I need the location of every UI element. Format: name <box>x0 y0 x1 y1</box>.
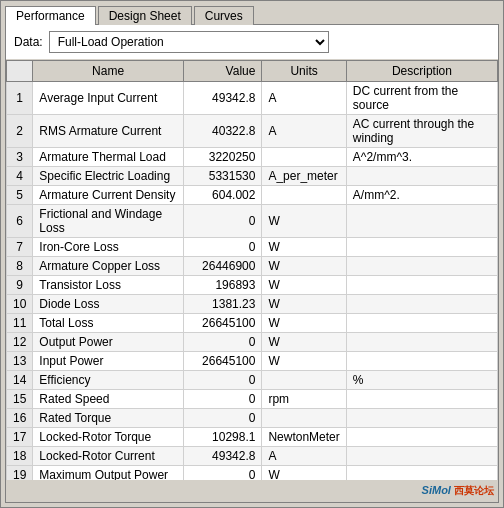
cell-units: W <box>262 314 346 333</box>
cell-num: 2 <box>7 115 33 148</box>
results-table: Name Value Units Description 1 Average I… <box>6 60 498 480</box>
results-table-container: Name Value Units Description 1 Average I… <box>6 60 498 480</box>
cell-value: 10298.1 <box>183 428 262 447</box>
cell-description <box>346 167 497 186</box>
cell-num: 7 <box>7 238 33 257</box>
cell-description: A^2/mm^3. <box>346 148 497 167</box>
cell-description <box>346 409 497 428</box>
table-row: 18 Locked-Rotor Current 49342.8 A <box>7 447 498 466</box>
cell-value: 0 <box>183 205 262 238</box>
cell-value: 0 <box>183 333 262 352</box>
cell-name: Rated Torque <box>33 409 183 428</box>
cell-name: Efficiency <box>33 371 183 390</box>
cell-description <box>346 276 497 295</box>
cell-units: A <box>262 115 346 148</box>
table-row: 6 Frictional and Windage Loss 0 W <box>7 205 498 238</box>
cell-value: 49342.8 <box>183 82 262 115</box>
cell-num: 1 <box>7 82 33 115</box>
cell-description: A/mm^2. <box>346 186 497 205</box>
cell-num: 19 <box>7 466 33 481</box>
cell-num: 18 <box>7 447 33 466</box>
cell-value: 0 <box>183 390 262 409</box>
table-row: 15 Rated Speed 0 rpm <box>7 390 498 409</box>
cell-units: A_per_meter <box>262 167 346 186</box>
table-row: 7 Iron-Core Loss 0 W <box>7 238 498 257</box>
cell-name: Diode Loss <box>33 295 183 314</box>
cell-value: 49342.8 <box>183 447 262 466</box>
cell-num: 3 <box>7 148 33 167</box>
table-row: 16 Rated Torque 0 <box>7 409 498 428</box>
data-select[interactable]: Full-Load OperationNo-Load OperationRate… <box>49 31 329 53</box>
cell-units: W <box>262 466 346 481</box>
footer-logo: SiMol 西莫论坛 <box>422 484 494 498</box>
cell-num: 10 <box>7 295 33 314</box>
tab-curves[interactable]: Curves <box>194 6 254 25</box>
cell-value: 3220250 <box>183 148 262 167</box>
cell-num: 17 <box>7 428 33 447</box>
cell-units <box>262 409 346 428</box>
tab-performance[interactable]: Performance <box>5 6 96 25</box>
tab-design-sheet[interactable]: Design Sheet <box>98 6 192 25</box>
cell-value: 0 <box>183 409 262 428</box>
cell-name: Locked-Rotor Torque <box>33 428 183 447</box>
cell-num: 13 <box>7 352 33 371</box>
cell-name: Transistor Loss <box>33 276 183 295</box>
cell-value: 26645100 <box>183 314 262 333</box>
cell-value: 604.002 <box>183 186 262 205</box>
table-row: 11 Total Loss 26645100 W <box>7 314 498 333</box>
table-row: 9 Transistor Loss 196893 W <box>7 276 498 295</box>
cell-units: A <box>262 82 346 115</box>
cell-num: 6 <box>7 205 33 238</box>
cell-num: 5 <box>7 186 33 205</box>
cell-name: Armature Copper Loss <box>33 257 183 276</box>
cell-description <box>346 295 497 314</box>
cell-units <box>262 148 346 167</box>
table-row: 17 Locked-Rotor Torque 10298.1 NewtonMet… <box>7 428 498 447</box>
col-header-num <box>7 61 33 82</box>
logo-chinese: 西莫论坛 <box>454 485 494 496</box>
cell-description <box>346 352 497 371</box>
col-header-description: Description <box>346 61 497 82</box>
table-header-row: Name Value Units Description <box>7 61 498 82</box>
footer: SiMol 西莫论坛 <box>6 480 498 502</box>
cell-description: DC current from the source <box>346 82 497 115</box>
cell-value: 26446900 <box>183 257 262 276</box>
cell-units: W <box>262 257 346 276</box>
cell-units: W <box>262 276 346 295</box>
cell-description <box>346 466 497 481</box>
col-header-units: Units <box>262 61 346 82</box>
cell-name: Input Power <box>33 352 183 371</box>
table-row: 14 Efficiency 0 % <box>7 371 498 390</box>
cell-description <box>346 447 497 466</box>
cell-name: Average Input Current <box>33 82 183 115</box>
cell-description <box>346 205 497 238</box>
cell-name: Specific Electric Loading <box>33 167 183 186</box>
table-row: 19 Maximum Output Power 0 W <box>7 466 498 481</box>
table-row: 12 Output Power 0 W <box>7 333 498 352</box>
cell-name: Locked-Rotor Current <box>33 447 183 466</box>
table-row: 10 Diode Loss 1381.23 W <box>7 295 498 314</box>
cell-num: 11 <box>7 314 33 333</box>
cell-name: RMS Armature Current <box>33 115 183 148</box>
cell-name: Armature Thermal Load <box>33 148 183 167</box>
cell-value: 26645100 <box>183 352 262 371</box>
cell-description <box>346 333 497 352</box>
col-header-name: Name <box>33 61 183 82</box>
cell-units: NewtonMeter <box>262 428 346 447</box>
cell-num: 4 <box>7 167 33 186</box>
table-row: 3 Armature Thermal Load 3220250 A^2/mm^3… <box>7 148 498 167</box>
cell-units <box>262 186 346 205</box>
cell-name: Total Loss <box>33 314 183 333</box>
cell-description <box>346 314 497 333</box>
table-row: 1 Average Input Current 49342.8 A DC cur… <box>7 82 498 115</box>
cell-num: 15 <box>7 390 33 409</box>
cell-value: 196893 <box>183 276 262 295</box>
cell-value: 0 <box>183 466 262 481</box>
cell-name: Frictional and Windage Loss <box>33 205 183 238</box>
data-selector-row: Data: Full-Load OperationNo-Load Operati… <box>6 25 498 60</box>
table-row: 13 Input Power 26645100 W <box>7 352 498 371</box>
tab-bar: Performance Design Sheet Curves <box>1 1 503 24</box>
col-header-value: Value <box>183 61 262 82</box>
cell-units: rpm <box>262 390 346 409</box>
main-window: Performance Design Sheet Curves Data: Fu… <box>0 0 504 508</box>
